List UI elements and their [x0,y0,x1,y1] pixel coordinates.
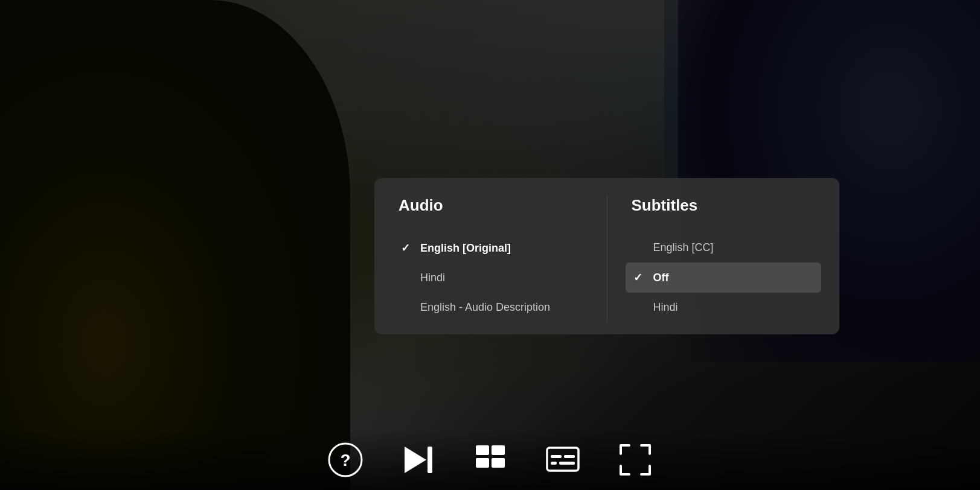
audio-english-ad-label: English - Audio Description [420,301,583,314]
subtitles-icon [545,442,581,478]
next-episode-button[interactable] [400,442,436,478]
episodes-button[interactable] [472,442,508,478]
audio-hindi-label: Hindi [420,272,583,284]
svg-rect-3 [428,447,432,473]
svg-marker-2 [405,447,426,473]
fullscreen-icon [617,442,653,478]
subtitles-button[interactable] [545,442,581,478]
svg-rect-11 [551,462,557,465]
controls-bar: ? [0,430,980,490]
help-button[interactable]: ? [327,442,363,478]
audio-option-english-ad[interactable]: English - Audio Description [392,293,589,322]
svg-text:?: ? [340,451,350,469]
audio-section: Audio ✓ English [Original] Hindi English… [374,196,607,322]
svg-rect-12 [559,462,575,465]
subtitles-section: Subtitles English [CC] ✓ Off Hindi [607,196,840,322]
subtitles-option-english-cc[interactable]: English [CC] [626,233,822,262]
fullscreen-button[interactable] [617,442,653,478]
subtitles-option-off[interactable]: ✓ Off [626,262,822,293]
checkmark-english-original: ✓ [399,241,412,255]
checkmark-off: ✓ [632,271,645,284]
audio-header: Audio [392,196,589,215]
svg-rect-7 [492,458,505,468]
audio-option-hindi[interactable]: Hindi [392,263,589,293]
svg-rect-9 [551,455,562,458]
audio-english-original-label: English [Original] [420,242,583,255]
subtitles-english-cc-label: English [CC] [653,241,816,254]
svg-rect-6 [476,458,489,468]
subtitles-off-label: Off [653,272,816,284]
episodes-icon [472,442,508,478]
svg-rect-5 [492,445,505,455]
subtitles-header: Subtitles [626,196,822,215]
help-icon: ? [327,442,363,478]
bg-figure-left [0,0,350,490]
audio-option-english-original[interactable]: ✓ English [Original] [392,233,589,263]
audio-subtitles-panel: Audio ✓ English [Original] Hindi English… [374,178,839,334]
svg-rect-10 [564,455,575,458]
svg-rect-4 [476,445,489,455]
svg-rect-8 [547,448,578,471]
next-episode-icon [400,442,436,478]
subtitles-option-hindi[interactable]: Hindi [626,293,822,322]
subtitles-hindi-label: Hindi [653,301,816,314]
